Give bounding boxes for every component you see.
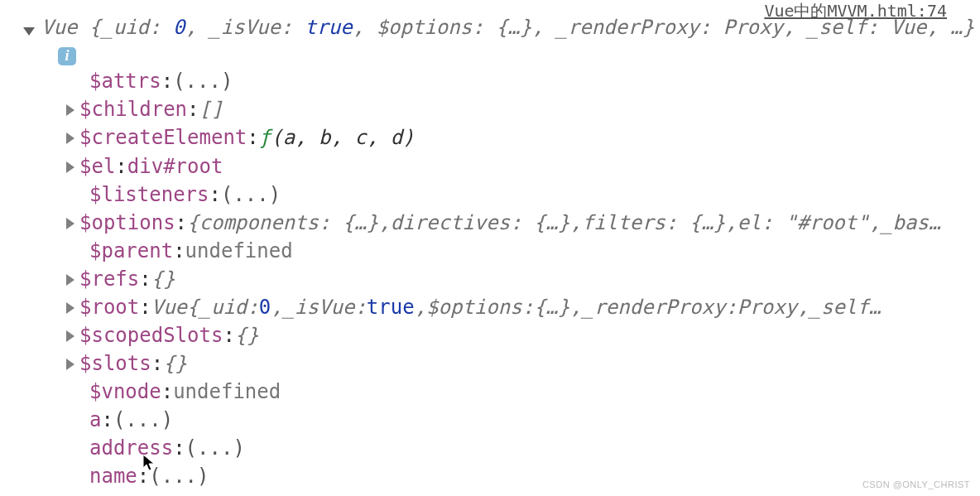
property-key: $el: [79, 152, 115, 181]
property-value: {}: [151, 265, 175, 293]
chevron-down-icon[interactable]: [23, 27, 35, 36]
property-value: (...): [149, 462, 209, 490]
chevron-right-icon[interactable]: [66, 132, 74, 144]
property-value: (...): [173, 67, 233, 95]
property-key: $children: [79, 95, 187, 123]
property-key: $createElement: [79, 123, 247, 152]
property-row[interactable]: a: (...): [66, 406, 980, 434]
property-value: {}: [235, 321, 259, 349]
property-key: $options: [79, 209, 175, 237]
property-key: $scopedSlots: [79, 321, 223, 349]
property-row[interactable]: name: (...): [66, 462, 980, 490]
property-key: address: [89, 434, 173, 462]
property-key: $root: [79, 293, 139, 321]
property-key: $listeners: [89, 181, 209, 209]
property-key: $vnode: [89, 378, 161, 406]
property-row[interactable]: address: (...): [66, 434, 980, 462]
source-file-link[interactable]: Vue中的MVVM.html:74: [764, 0, 947, 22]
property-row[interactable]: $root: Vue {_uid: 0, _isVue: true, $opti…: [66, 293, 980, 321]
chevron-right-icon[interactable]: [66, 218, 74, 229]
property-value: undefined: [173, 378, 281, 406]
property-key: $slots: [79, 349, 151, 378]
object-properties: $attrs: (...)$children: []$createElement…: [23, 67, 980, 490]
property-key: $parent: [89, 237, 173, 265]
property-row[interactable]: $options: {components: {…}, directives: …: [66, 209, 980, 237]
property-row[interactable]: $vnode: undefined: [66, 378, 980, 406]
function-glyph: ƒ: [259, 123, 271, 152]
property-row[interactable]: $scopedSlots: {}: [66, 321, 980, 349]
property-row[interactable]: $refs: {}: [66, 265, 980, 293]
chevron-right-icon[interactable]: [66, 161, 74, 173]
property-value: (...): [221, 181, 281, 209]
console-output: Vue {_uid: 0, _isVue: true, $options: {……: [0, 0, 980, 490]
property-row[interactable]: $children: []: [66, 95, 980, 123]
chevron-right-icon[interactable]: [66, 359, 74, 370]
property-value: (...): [113, 406, 173, 434]
property-key: a: [89, 406, 101, 434]
property-row[interactable]: $createElement: ƒ (a, b, c, d): [66, 123, 980, 152]
property-key: $refs: [79, 265, 139, 293]
property-key: $attrs: [89, 67, 161, 95]
property-value: undefined: [185, 237, 293, 265]
chevron-right-icon[interactable]: [66, 274, 74, 286]
property-row[interactable]: $el: div#root: [66, 152, 980, 181]
property-row[interactable]: $attrs: (...): [66, 67, 980, 95]
chevron-right-icon[interactable]: [66, 104, 74, 116]
property-value: (...): [185, 434, 245, 462]
property-value: []: [199, 95, 223, 123]
property-row[interactable]: $slots: {}: [66, 349, 980, 378]
property-key: name: [89, 462, 137, 490]
property-row[interactable]: $listeners: (...): [66, 181, 980, 209]
chevron-right-icon[interactable]: [66, 330, 74, 342]
property-row[interactable]: $parent: undefined: [66, 237, 980, 265]
info-icon[interactable]: i: [58, 47, 76, 65]
property-value: {}: [163, 349, 187, 378]
chevron-right-icon[interactable]: [66, 302, 74, 314]
watermark: CSDN @ONLY_CHRIST: [862, 479, 970, 489]
property-value: div#root: [127, 152, 223, 181]
